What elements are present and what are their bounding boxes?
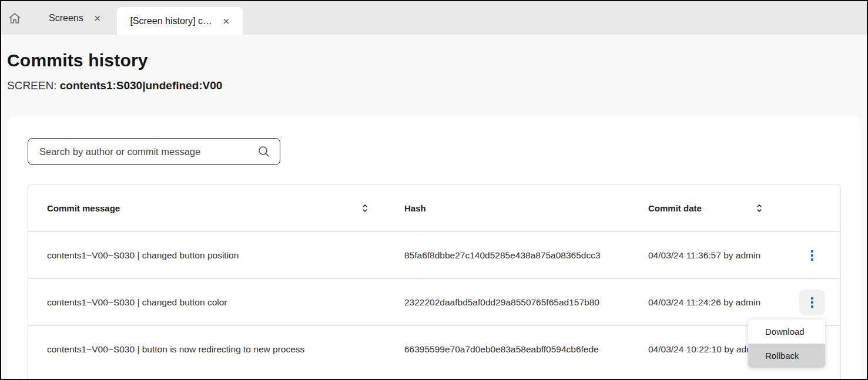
sort-chevrons-icon[interactable] <box>755 204 763 213</box>
close-icon[interactable]: × <box>223 15 230 27</box>
page-header: Commits history SCREEN: contents1:S030|u… <box>1 35 867 116</box>
tab-screens[interactable]: Screens × <box>36 1 113 35</box>
hash-cell: 2322202daafbd5af0dd29a8550765f65ad157b80 <box>404 297 648 308</box>
screen-value: contents1:S030|undefined:V00 <box>60 79 223 92</box>
column-label: Commit date <box>648 203 702 213</box>
tab-bar: Screens × [Screen history] c… × <box>1 1 867 35</box>
table-header-row: Commit message Hash Commit date <box>28 184 840 231</box>
commit-message-cell: contents1~V00~S030 | button is now redir… <box>47 344 404 355</box>
tab-screen-history[interactable]: [Screen history] c… × <box>117 7 242 35</box>
table-row: contents1~V00~S030 | changed button posi… <box>28 231 840 278</box>
commit-message-cell: contents1~V00~S030 | changed button posi… <box>47 250 404 261</box>
screen-subtitle: SCREEN: contents1:S030|undefined:V00 <box>7 78 861 93</box>
screen-label: SCREEN: <box>7 79 56 92</box>
page-title: Commits history <box>7 50 861 71</box>
kebab-menu-icon <box>811 297 813 308</box>
hash-cell: 66395599e70a7d0eb0e83a58eabff0594cb6fede <box>404 344 648 355</box>
row-actions-kebab-button[interactable] <box>799 243 825 268</box>
row-actions-kebab-button-open[interactable] <box>799 290 825 315</box>
hash-cell: 85fa6f8dbbe27c140d5285e438a875a08365dcc3 <box>404 250 648 261</box>
table-row: contents1~V00~S030 | button is now redir… <box>28 325 840 372</box>
table-row: contents1~V00~S030 | changed button colo… <box>28 278 840 325</box>
commit-message-cell: contents1~V00~S030 | changed button colo… <box>47 297 404 308</box>
tab-label: [Screen history] c… <box>130 16 212 26</box>
search-input[interactable] <box>38 146 257 158</box>
menu-item-rollback[interactable]: Rollback <box>748 344 825 368</box>
column-header-commit-date[interactable]: Commit date <box>648 203 783 213</box>
column-header-hash: Hash <box>404 203 648 213</box>
commits-table: Commit message Hash Commit date <box>28 184 841 380</box>
app-window: Screens × [Screen history] c… × Commits … <box>0 0 868 380</box>
column-header-commit-message[interactable]: Commit message <box>47 203 404 213</box>
search-box <box>28 138 280 165</box>
kebab-menu-icon <box>811 250 813 261</box>
search-icon[interactable] <box>257 144 271 159</box>
row-actions-menu: Download Rollback <box>748 320 825 368</box>
commit-date-cell: 04/03/24 11:24:26 by admin <box>648 297 783 308</box>
column-label: Commit message <box>47 203 120 213</box>
tab-label: Screens <box>49 13 83 23</box>
column-label: Hash <box>404 203 426 213</box>
home-icon <box>8 11 22 25</box>
close-icon[interactable]: × <box>94 12 101 24</box>
commit-date-cell: 04/03/24 11:36:57 by admin <box>648 250 783 261</box>
sort-chevrons-icon[interactable] <box>361 204 369 213</box>
home-button[interactable] <box>8 1 22 35</box>
content-card: Commit message Hash Commit date <box>7 116 861 380</box>
menu-item-download[interactable]: Download <box>748 320 825 344</box>
